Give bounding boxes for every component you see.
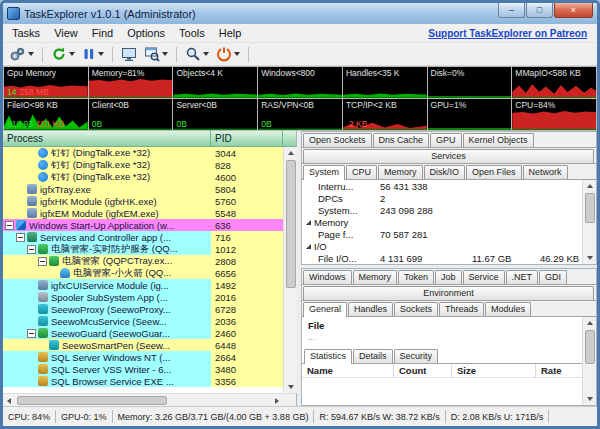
system-info-tab[interactable]: GPU <box>430 133 462 147</box>
tree-expander-icon[interactable] <box>38 257 47 266</box>
process-row[interactable]: 电脑管家-实时防护服务 (QQ... 1012 <box>3 243 283 255</box>
scroll-up-button[interactable] <box>284 147 297 160</box>
perf-graph-tile[interactable]: Server<0B 0B <box>173 99 257 130</box>
perf-graph-tile[interactable]: MMapIO<586 KB <box>512 67 596 98</box>
process-row[interactable]: igfxCUIService Module (ig... 1492 <box>3 279 283 291</box>
process-row[interactable]: 钉钉 (DingTalk.exe *32) 3044 <box>3 147 283 159</box>
scroll-down-button[interactable] <box>583 392 596 405</box>
tree-expander-icon[interactable] <box>27 281 36 290</box>
tree-expander-icon[interactable] <box>27 161 36 170</box>
tree-expander-icon[interactable] <box>27 317 36 326</box>
detail-tab[interactable]: General <box>303 302 347 317</box>
perf-graph-tile[interactable]: Disk=0% <box>428 67 512 98</box>
tree-expander-icon[interactable] <box>38 341 47 350</box>
process-row[interactable]: SeewoMcuService (Seew... 2036 <box>3 315 283 327</box>
tree-expander-icon[interactable] <box>16 233 25 242</box>
detail-tab[interactable]: Sockets <box>394 302 438 316</box>
scroll-thumb[interactable] <box>17 396 167 405</box>
menu-item[interactable]: Tasks <box>5 25 47 41</box>
scroll-thumb[interactable] <box>585 193 595 223</box>
menu-item[interactable]: Tools <box>172 25 212 41</box>
stats-tab[interactable]: Security <box>394 349 439 363</box>
detail-tab[interactable]: Threads <box>439 302 484 316</box>
process-row[interactable]: 电脑管家 (QQPCTray.ex... 2808 <box>3 255 283 267</box>
tree-expander-icon[interactable] <box>16 197 25 206</box>
tab-services[interactable]: Services <box>303 149 594 163</box>
scroll-left-button[interactable] <box>3 394 16 407</box>
process-row[interactable]: igfxEM Module (igfxEM.exe) 5548 <box>3 207 283 219</box>
tree-expander-icon[interactable] <box>27 305 36 314</box>
refresh-button[interactable] <box>48 44 78 64</box>
sysinfo-row[interactable]: I/O <box>302 240 582 252</box>
stats-column-header[interactable]: Name <box>302 364 394 377</box>
detail-tab[interactable]: Service <box>463 270 505 284</box>
tree-expander-icon[interactable] <box>27 329 36 338</box>
system-info-tab[interactable]: CPU <box>346 165 377 179</box>
stats-tab[interactable]: Details <box>353 349 393 363</box>
search-handles-button[interactable] <box>182 44 212 64</box>
tree-expander-icon[interactable] <box>16 185 25 194</box>
expand-arrow-icon[interactable] <box>306 244 311 249</box>
tree-expander-icon[interactable] <box>49 269 58 278</box>
detail-tab[interactable]: .NET <box>506 270 539 284</box>
process-row[interactable]: Spooler SubSystem App (... 2016 <box>3 291 283 303</box>
detail-tab[interactable]: GDI <box>539 270 567 284</box>
perf-graph-tile[interactable]: Handles<35 K <box>343 67 427 98</box>
perf-graph-tile[interactable]: Memory=81% <box>89 67 173 98</box>
system-info-tab[interactable]: Kernel Objects <box>463 133 534 147</box>
tree-expander-icon[interactable] <box>5 221 14 230</box>
process-row[interactable]: SeewoGuard (SeewoGuar... 2460 <box>3 327 283 339</box>
expand-arrow-icon[interactable] <box>306 220 311 225</box>
stats-column-header[interactable]: Rate <box>536 364 582 377</box>
system-info-tab[interactable]: Open Files <box>466 165 522 179</box>
sysinfo-row[interactable]: System... 243 098 288 <box>302 204 582 216</box>
menu-item[interactable]: Help <box>212 25 249 41</box>
scroll-up-button[interactable] <box>583 317 596 330</box>
tree-expander-icon[interactable] <box>27 173 36 182</box>
tree-expander-icon[interactable] <box>27 353 36 362</box>
perf-graph-tile[interactable]: CPU=84% <box>512 99 596 130</box>
tree-expander-icon[interactable] <box>27 365 36 374</box>
system-info-tab[interactable]: Dns Cache <box>373 133 430 147</box>
sysinfo-row[interactable]: Page f... 70 587 281 <box>302 228 582 240</box>
minimize-button[interactable]: – <box>498 3 525 18</box>
tree-expander-icon[interactable] <box>16 209 25 218</box>
perf-graph-tile[interactable]: FileIO<98 KB 819 93101 KB <box>4 99 88 130</box>
sysinfo-row[interactable]: DPCs 2 <box>302 192 582 204</box>
perf-graph-tile[interactable]: Windows<800 <box>258 67 342 98</box>
tab-environment[interactable]: Environment <box>303 286 594 300</box>
pid-column-header[interactable]: PID <box>211 131 283 147</box>
scroll-thumb[interactable] <box>286 160 296 288</box>
process-row[interactable]: 钉钉 (DingTalk.exe *32) 828 <box>3 159 283 171</box>
system-monitor-button[interactable] <box>118 44 140 64</box>
sysinfo-row[interactable]: Memory <box>302 216 582 228</box>
perf-graph-tile[interactable]: RAS/VPN<0B 0B <box>258 99 342 130</box>
process-row[interactable]: SeewoSmartPen (Seew... 6448 <box>3 339 283 351</box>
close-button[interactable]: × <box>554 3 593 18</box>
system-info-tab[interactable]: System <box>303 165 345 180</box>
tree-expander-icon[interactable] <box>27 245 36 254</box>
find-window-button[interactable] <box>141 44 171 64</box>
system-info-tab[interactable]: Memory <box>378 165 423 179</box>
pause-refresh-button[interactable] <box>79 44 107 64</box>
detail-tab[interactable]: Token <box>398 270 434 284</box>
scroll-up-button[interactable] <box>583 180 596 193</box>
perf-graph-tile[interactable]: GPU=1% <box>428 99 512 130</box>
process-row[interactable]: SQL Browser Service EXE ... 3356 <box>3 375 283 387</box>
process-row[interactable]: Services and Controller app (... 716 <box>3 231 283 243</box>
process-row[interactable]: Windows Start-Up Application (w... 636 <box>3 219 283 231</box>
process-row[interactable]: SQL Server VSS Writer - 6... 3480 <box>3 363 283 375</box>
menu-item[interactable]: Find <box>85 25 120 41</box>
sysinfo-row[interactable]: File I/O... 4 131 699 11.67 GB 46.29 KB <box>302 252 582 264</box>
scroll-right-button[interactable] <box>270 394 283 407</box>
system-info-tab[interactable]: Disk/IO <box>424 165 466 179</box>
process-row[interactable]: 电脑管家-小火箭 (QQ... 6656 <box>3 267 283 279</box>
detail-tab[interactable]: Handles <box>348 302 393 316</box>
stats-column-header[interactable]: Count <box>394 364 452 377</box>
detail-tab[interactable]: Memory <box>353 270 398 284</box>
perf-graph-tile[interactable]: Client<0B 0B <box>89 99 173 130</box>
tree-expander-icon[interactable] <box>27 377 36 386</box>
perf-graph-tile[interactable]: TCP/IP<2 KB 2 KB <box>343 99 427 130</box>
process-column-header[interactable]: Process <box>3 131 211 147</box>
options-button[interactable] <box>6 44 37 64</box>
